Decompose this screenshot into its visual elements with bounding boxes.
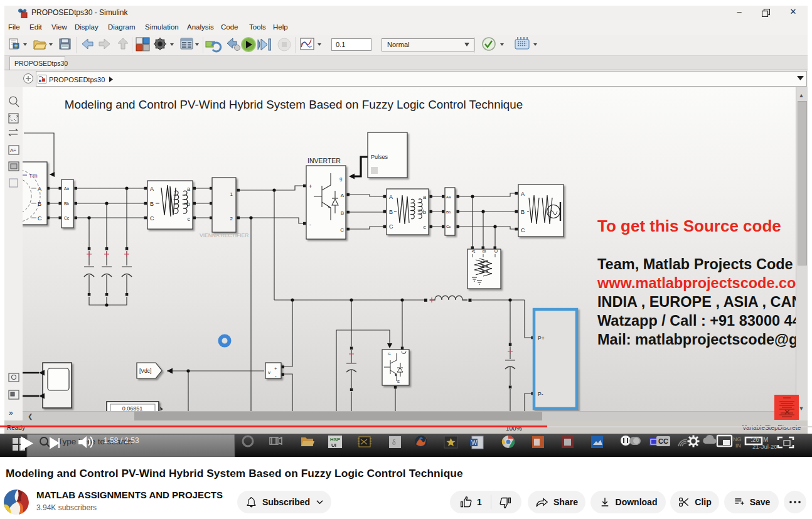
svg-text:Pulses: Pulses <box>371 154 388 160</box>
svg-text:W: W <box>471 439 478 446</box>
svg-text:Bb: Bb <box>446 210 451 214</box>
svg-text:a: a <box>423 194 426 200</box>
svg-text:C: C <box>493 249 499 253</box>
svg-text:Aa: Aa <box>446 195 451 199</box>
svg-text:Bb: Bb <box>64 201 69 206</box>
svg-text:B: B <box>389 209 393 215</box>
svg-text:A: A <box>521 191 525 197</box>
svg-text:HSP: HSP <box>330 437 341 442</box>
svg-text:1:58 / 2:53: 1:58 / 2:53 <box>104 436 139 445</box>
svg-text:G: G <box>388 352 391 356</box>
svg-text:[Vdc]: [Vdc] <box>139 368 151 374</box>
svg-text:C: C <box>521 227 525 233</box>
svg-text:VIENNA RECTIFIER: VIENNA RECTIFIER <box>200 232 248 238</box>
svg-text:a: a <box>187 186 190 192</box>
svg-text:C: C <box>38 215 42 222</box>
svg-text:C: C <box>389 223 393 230</box>
svg-text:NG: NG <box>733 436 742 442</box>
svg-text:IN: IN <box>735 442 741 449</box>
svg-text:Cc: Cc <box>64 216 70 220</box>
svg-text:v: v <box>268 370 270 375</box>
svg-text:0.06851: 0.06851 <box>122 405 143 411</box>
svg-text:c: c <box>188 216 191 222</box>
svg-text:2: 2 <box>230 216 233 222</box>
svg-text:B: B <box>150 201 154 207</box>
svg-text:B: B <box>341 210 344 216</box>
svg-text:+: + <box>274 366 277 372</box>
svg-text:A: A <box>471 249 476 253</box>
svg-text:21-Jul-20: 21-Jul-20 <box>752 443 777 450</box>
svg-text:INVERTER: INVERTER <box>307 157 341 164</box>
svg-text:A: A <box>150 186 154 192</box>
svg-text:B: B <box>481 250 487 253</box>
svg-text:B: B <box>38 201 41 207</box>
svg-text::26: :26 <box>751 436 759 443</box>
svg-text:B: B <box>521 209 525 215</box>
svg-text:A: A <box>341 193 345 198</box>
svg-text:A: A <box>38 186 41 192</box>
svg-text:-: - <box>309 222 311 228</box>
svg-text:C: C <box>340 227 344 233</box>
svg-text:Modeling and Control PV-Wind H: Modeling and Control PV-Wind Hybrid Syst… <box>65 98 523 111</box>
svg-text:A≡: A≡ <box>10 147 16 153</box>
svg-text:CC: CC <box>658 437 668 445</box>
svg-text:Tm: Tm <box>29 172 38 179</box>
svg-text:b: b <box>423 209 426 215</box>
svg-text:UI: UI <box>331 442 336 448</box>
svg-text:»: » <box>9 409 13 417</box>
svg-text:Cc: Cc <box>446 225 451 228</box>
svg-text:A: A <box>389 194 393 200</box>
svg-text:g: g <box>339 176 342 181</box>
svg-text:M: M <box>763 436 768 443</box>
svg-text:P-: P- <box>538 391 543 397</box>
svg-text:-: - <box>275 373 277 378</box>
svg-text:P+: P+ <box>538 335 545 341</box>
svg-text:δ: δ <box>392 438 396 447</box>
svg-text:E: E <box>397 380 400 383</box>
svg-text:+: + <box>309 183 312 190</box>
svg-text:1: 1 <box>230 191 233 197</box>
svg-text:c: c <box>424 224 427 230</box>
svg-text:Aa: Aa <box>64 186 69 191</box>
svg-text:C: C <box>150 215 154 222</box>
